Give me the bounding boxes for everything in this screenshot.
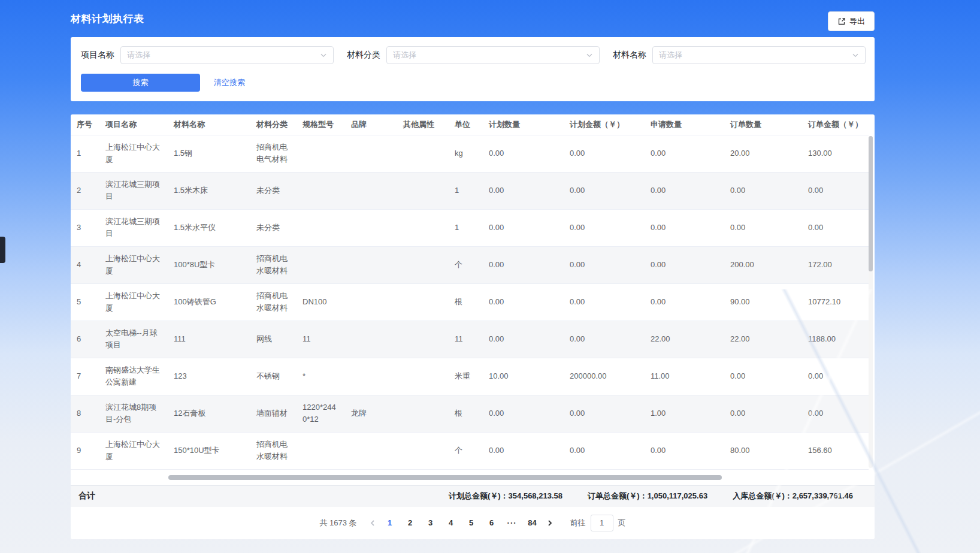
- material-category-placeholder: 请选择: [393, 50, 586, 61]
- table-cell: 1188.00: [802, 321, 869, 358]
- table-cell: [345, 321, 397, 358]
- vertical-scrollbar[interactable]: [869, 136, 873, 468]
- export-button[interactable]: 导出: [828, 11, 875, 31]
- table-cell: 12石膏板: [168, 395, 250, 432]
- pagination-page-3[interactable]: 3: [422, 515, 440, 531]
- table-row: 3滨江花城三期项目1.5米水平仪未分类10.000.000.000.000.00: [71, 209, 869, 246]
- table-cell: 0.00: [564, 321, 645, 358]
- table-cell: 0.00: [802, 172, 869, 209]
- table-cell: 0.00: [483, 209, 564, 246]
- export-label: 导出: [849, 16, 865, 27]
- pagination: 共 1673 条 123456···84 前往 页: [71, 507, 875, 539]
- table-cell: 南钢盛达大学生公寓新建: [99, 358, 168, 395]
- project-name-label: 项目名称: [81, 50, 114, 61]
- pagination-page-6[interactable]: 6: [483, 515, 501, 531]
- column-header: 品牌: [345, 114, 397, 135]
- table-row: 5上海松江中心大厦100铸铁管G招商机电水暖材料DN100根0.000.000.…: [71, 283, 869, 321]
- table-row: 1上海松江中心大厦1.5钢招商机电电气材料kg0.000.000.0020.00…: [71, 135, 869, 172]
- table-cell: 未分类: [250, 172, 297, 209]
- table-cell: 太空电梯--月球项目: [99, 321, 168, 358]
- table-cell: [345, 172, 397, 209]
- table-cell: 200.00: [724, 246, 802, 283]
- table-cell: 111: [168, 321, 250, 358]
- row-index-cell: 8: [71, 395, 99, 432]
- pagination-page-2[interactable]: 2: [401, 515, 419, 531]
- table-cell: 0.00: [564, 172, 645, 209]
- table-cell: 0.00: [483, 135, 564, 172]
- table-cell: 不锈钢: [250, 358, 297, 395]
- column-header: 计划金额（￥）: [564, 114, 645, 135]
- project-name-filter: 项目名称 请选择: [81, 46, 334, 64]
- horizontal-scrollbar[interactable]: [168, 475, 722, 480]
- table-cell: [397, 135, 449, 172]
- table-cell: [345, 283, 397, 321]
- row-index-cell: 1: [71, 135, 99, 172]
- chevron-down-icon: [852, 52, 859, 59]
- table-cell: 招商机电水暖材料: [250, 432, 297, 469]
- pagination-page-84[interactable]: 84: [524, 515, 542, 531]
- table-cell: 200000.00: [564, 358, 645, 395]
- column-header: 订单金额（￥）: [802, 114, 869, 135]
- project-name-select[interactable]: 请选择: [120, 46, 334, 64]
- table-cell: 米重: [449, 358, 483, 395]
- column-header: 订单数量: [724, 114, 802, 135]
- table-cell: 0.00: [564, 395, 645, 432]
- table-cell: 0.00: [724, 395, 802, 432]
- table-cell: 根: [449, 395, 483, 432]
- table-cell: [397, 209, 449, 246]
- table-cell: 滨江花城8期项目-分包: [99, 395, 168, 432]
- table-cell: 0.00: [645, 283, 724, 321]
- table-cell: 1.00: [645, 395, 724, 432]
- table-cell: [397, 321, 449, 358]
- vertical-scrollbar-thumb[interactable]: [869, 136, 873, 271]
- goto-label: 前往: [570, 518, 586, 528]
- table-cell: [345, 246, 397, 283]
- table-cell: 0.00: [483, 172, 564, 209]
- table-row: 4上海松江中心大厦100*8U型卡招商机电水暖材料个0.000.000.0020…: [71, 246, 869, 283]
- table-cell: 个: [449, 432, 483, 469]
- table-cell: 个: [449, 246, 483, 283]
- pagination-page-1[interactable]: 1: [381, 515, 399, 531]
- table-cell: [297, 209, 345, 246]
- table-cell: 22.00: [645, 321, 724, 358]
- table-cell: 0.00: [483, 321, 564, 358]
- summary-row: 合计 计划总金额(￥)：354,568,213.58订单总金额(￥)：1,050…: [71, 485, 875, 507]
- summary-total-item: 计划总金额(￥)：354,568,213.58: [449, 491, 562, 501]
- table-cell: 0.00: [724, 209, 802, 246]
- table-cell: *: [297, 358, 345, 395]
- goto-page-input[interactable]: [591, 515, 613, 531]
- pagination-prev-button[interactable]: [365, 519, 380, 527]
- table-cell: 0.00: [645, 432, 724, 469]
- table-cell: 0.00: [483, 432, 564, 469]
- table-card: 序号项目名称材料名称材料分类规格型号品牌其他属性单位计划数量计划金额（￥）申请数…: [71, 114, 875, 539]
- table-cell: 0.00: [724, 172, 802, 209]
- table-cell: 0.00: [564, 135, 645, 172]
- table-cell: 0.00: [483, 283, 564, 321]
- table-cell: 0.00: [564, 246, 645, 283]
- filter-panel: 项目名称 请选择 材料分类 请选择 材料名称 请选择: [71, 37, 875, 101]
- table-cell: 1.5米水平仪: [168, 209, 250, 246]
- table-cell: 130.00: [802, 135, 869, 172]
- table-row: 9上海松江中心大厦150*10U型卡招商机电水暖材料个0.000.000.008…: [71, 432, 869, 469]
- pagination-page-5[interactable]: 5: [462, 515, 480, 531]
- search-button[interactable]: 搜索: [81, 74, 200, 92]
- sidebar-collapsed-tab[interactable]: [0, 237, 5, 263]
- table-cell: [345, 432, 397, 469]
- material-name-select[interactable]: 请选择: [652, 46, 866, 64]
- pagination-next-button[interactable]: [543, 519, 557, 527]
- table-cell: 1.5米木床: [168, 172, 250, 209]
- material-category-select[interactable]: 请选择: [386, 46, 600, 64]
- table-cell: 11: [449, 321, 483, 358]
- pagination-more-button[interactable]: ···: [503, 515, 521, 531]
- table-cell: 0.00: [724, 358, 802, 395]
- pagination-page-4[interactable]: 4: [442, 515, 460, 531]
- row-index-cell: 5: [71, 283, 99, 321]
- summary-totals: 计划总金额(￥)：354,568,213.58订单总金额(￥)：1,050,11…: [449, 491, 853, 501]
- table-cell: 1: [449, 209, 483, 246]
- table-cell: 123: [168, 358, 250, 395]
- material-table: 序号项目名称材料名称材料分类规格型号品牌其他属性单位计划数量计划金额（￥）申请数…: [71, 114, 869, 470]
- table-cell: 156.60: [802, 432, 869, 469]
- clear-search-link[interactable]: 清空搜索: [214, 77, 245, 88]
- page-container: 材料计划执行表 导出 项目名称 请选择 材料分类: [71, 0, 875, 539]
- table-cell: 150*10U型卡: [168, 432, 250, 469]
